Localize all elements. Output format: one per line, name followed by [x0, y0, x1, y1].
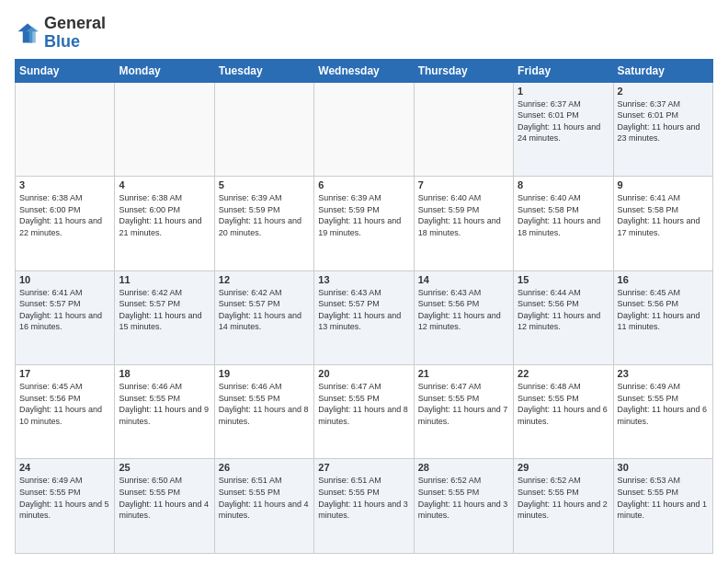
weekday-header-row: SundayMondayTuesdayWednesdayThursdayFrid…: [16, 59, 713, 82]
day-number: 10: [19, 274, 110, 285]
day-cell: 13Sunrise: 6:43 AM Sunset: 5:57 PM Dayli…: [314, 270, 414, 364]
day-info: Sunrise: 6:42 AM Sunset: 5:57 PM Dayligh…: [219, 287, 310, 333]
day-cell: 30Sunrise: 6:53 AM Sunset: 5:55 PM Dayli…: [613, 459, 712, 554]
logo-text: General Blue: [44, 15, 106, 52]
day-info: Sunrise: 6:43 AM Sunset: 5:56 PM Dayligh…: [418, 287, 509, 333]
day-number: 25: [119, 462, 210, 473]
day-number: 27: [318, 462, 409, 473]
day-info: Sunrise: 6:47 AM Sunset: 5:55 PM Dayligh…: [418, 381, 509, 427]
day-number: 8: [518, 179, 609, 190]
day-number: 24: [19, 462, 110, 473]
day-number: 13: [318, 274, 409, 285]
weekday-header-sunday: Sunday: [16, 59, 115, 82]
week-row-1: 1Sunrise: 6:37 AM Sunset: 6:01 PM Daylig…: [16, 82, 713, 176]
day-cell: 4Sunrise: 6:38 AM Sunset: 6:00 PM Daylig…: [115, 177, 214, 270]
day-number: 4: [119, 179, 210, 190]
day-info: Sunrise: 6:46 AM Sunset: 5:55 PM Dayligh…: [119, 381, 210, 427]
day-info: Sunrise: 6:39 AM Sunset: 5:59 PM Dayligh…: [318, 192, 409, 238]
logo: General Blue: [15, 15, 106, 52]
day-cell: 25Sunrise: 6:50 AM Sunset: 5:55 PM Dayli…: [115, 459, 214, 554]
day-info: Sunrise: 6:53 AM Sunset: 5:55 PM Dayligh…: [618, 475, 709, 521]
day-number: 22: [518, 368, 609, 379]
day-info: Sunrise: 6:51 AM Sunset: 5:55 PM Dayligh…: [318, 475, 409, 521]
day-number: 19: [219, 368, 310, 379]
day-info: Sunrise: 6:50 AM Sunset: 5:55 PM Dayligh…: [119, 475, 210, 521]
day-number: 1: [518, 86, 609, 97]
day-cell: 12Sunrise: 6:42 AM Sunset: 5:57 PM Dayli…: [214, 270, 313, 364]
day-cell: 9Sunrise: 6:41 AM Sunset: 5:58 PM Daylig…: [613, 177, 712, 270]
day-number: 20: [318, 368, 409, 379]
day-number: 30: [618, 462, 709, 473]
day-cell: 8Sunrise: 6:40 AM Sunset: 5:58 PM Daylig…: [514, 177, 613, 270]
day-info: Sunrise: 6:37 AM Sunset: 6:01 PM Dayligh…: [518, 98, 609, 144]
day-number: 23: [618, 368, 709, 379]
day-cell: 16Sunrise: 6:45 AM Sunset: 5:56 PM Dayli…: [613, 270, 712, 364]
day-cell: 21Sunrise: 6:47 AM Sunset: 5:55 PM Dayli…: [414, 365, 513, 459]
day-cell: [115, 82, 214, 176]
day-info: Sunrise: 6:52 AM Sunset: 5:55 PM Dayligh…: [418, 475, 509, 521]
day-cell: 15Sunrise: 6:44 AM Sunset: 5:56 PM Dayli…: [514, 270, 613, 364]
weekday-header-saturday: Saturday: [613, 59, 712, 82]
week-row-4: 17Sunrise: 6:45 AM Sunset: 5:56 PM Dayli…: [16, 365, 713, 459]
day-info: Sunrise: 6:49 AM Sunset: 5:55 PM Dayligh…: [618, 381, 709, 427]
day-info: Sunrise: 6:41 AM Sunset: 5:58 PM Dayligh…: [618, 192, 709, 238]
day-cell: 26Sunrise: 6:51 AM Sunset: 5:55 PM Dayli…: [214, 459, 313, 554]
day-number: 5: [219, 179, 310, 190]
day-info: Sunrise: 6:49 AM Sunset: 5:55 PM Dayligh…: [19, 475, 110, 521]
day-cell: 3Sunrise: 6:38 AM Sunset: 6:00 PM Daylig…: [16, 177, 115, 270]
weekday-header-tuesday: Tuesday: [214, 59, 313, 82]
day-number: 21: [418, 368, 509, 379]
day-cell: 18Sunrise: 6:46 AM Sunset: 5:55 PM Dayli…: [115, 365, 214, 459]
day-cell: 28Sunrise: 6:52 AM Sunset: 5:55 PM Dayli…: [414, 459, 513, 554]
page: General Blue SundayMondayTuesdayWednesda…: [0, 0, 728, 563]
day-cell: 7Sunrise: 6:40 AM Sunset: 5:59 PM Daylig…: [414, 177, 513, 270]
day-number: 28: [418, 462, 509, 473]
day-number: 6: [318, 179, 409, 190]
day-number: 15: [518, 274, 609, 285]
day-number: 7: [418, 179, 509, 190]
week-row-3: 10Sunrise: 6:41 AM Sunset: 5:57 PM Dayli…: [16, 270, 713, 364]
day-cell: 17Sunrise: 6:45 AM Sunset: 5:56 PM Dayli…: [16, 365, 115, 459]
day-cell: 27Sunrise: 6:51 AM Sunset: 5:55 PM Dayli…: [314, 459, 414, 554]
weekday-header-friday: Friday: [514, 59, 613, 82]
day-info: Sunrise: 6:38 AM Sunset: 6:00 PM Dayligh…: [19, 192, 110, 238]
day-number: 18: [119, 368, 210, 379]
day-info: Sunrise: 6:45 AM Sunset: 5:56 PM Dayligh…: [19, 381, 110, 427]
day-cell: 22Sunrise: 6:48 AM Sunset: 5:55 PM Dayli…: [514, 365, 613, 459]
day-info: Sunrise: 6:44 AM Sunset: 5:56 PM Dayligh…: [518, 287, 609, 333]
day-cell: 5Sunrise: 6:39 AM Sunset: 5:59 PM Daylig…: [214, 177, 313, 270]
day-info: Sunrise: 6:41 AM Sunset: 5:57 PM Dayligh…: [19, 287, 110, 333]
day-cell: [214, 82, 313, 176]
day-number: 12: [219, 274, 310, 285]
day-number: 26: [219, 462, 310, 473]
day-number: 17: [19, 368, 110, 379]
day-number: 2: [618, 86, 709, 97]
day-cell: 11Sunrise: 6:42 AM Sunset: 5:57 PM Dayli…: [115, 270, 214, 364]
logo-icon: [15, 20, 40, 46]
header: General Blue: [15, 15, 713, 52]
day-number: 14: [418, 274, 509, 285]
day-cell: 29Sunrise: 6:52 AM Sunset: 5:55 PM Dayli…: [514, 459, 613, 554]
day-cell: [16, 82, 115, 176]
week-row-5: 24Sunrise: 6:49 AM Sunset: 5:55 PM Dayli…: [16, 459, 713, 554]
day-info: Sunrise: 6:51 AM Sunset: 5:55 PM Dayligh…: [219, 475, 310, 521]
day-cell: 2Sunrise: 6:37 AM Sunset: 6:01 PM Daylig…: [613, 82, 712, 176]
day-cell: 14Sunrise: 6:43 AM Sunset: 5:56 PM Dayli…: [414, 270, 513, 364]
day-info: Sunrise: 6:48 AM Sunset: 5:55 PM Dayligh…: [518, 381, 609, 427]
day-info: Sunrise: 6:45 AM Sunset: 5:56 PM Dayligh…: [618, 287, 709, 333]
day-info: Sunrise: 6:47 AM Sunset: 5:55 PM Dayligh…: [318, 381, 409, 427]
day-cell: [414, 82, 513, 176]
day-number: 29: [518, 462, 609, 473]
day-number: 11: [119, 274, 210, 285]
day-number: 9: [618, 179, 709, 190]
day-cell: [314, 82, 414, 176]
day-cell: 19Sunrise: 6:46 AM Sunset: 5:55 PM Dayli…: [214, 365, 313, 459]
day-cell: 24Sunrise: 6:49 AM Sunset: 5:55 PM Dayli…: [16, 459, 115, 554]
day-cell: 20Sunrise: 6:47 AM Sunset: 5:55 PM Dayli…: [314, 365, 414, 459]
day-number: 3: [19, 179, 110, 190]
day-info: Sunrise: 6:38 AM Sunset: 6:00 PM Dayligh…: [119, 192, 210, 238]
day-info: Sunrise: 6:40 AM Sunset: 5:58 PM Dayligh…: [518, 192, 609, 238]
day-cell: 10Sunrise: 6:41 AM Sunset: 5:57 PM Dayli…: [16, 270, 115, 364]
weekday-header-thursday: Thursday: [414, 59, 513, 82]
weekday-header-monday: Monday: [115, 59, 214, 82]
